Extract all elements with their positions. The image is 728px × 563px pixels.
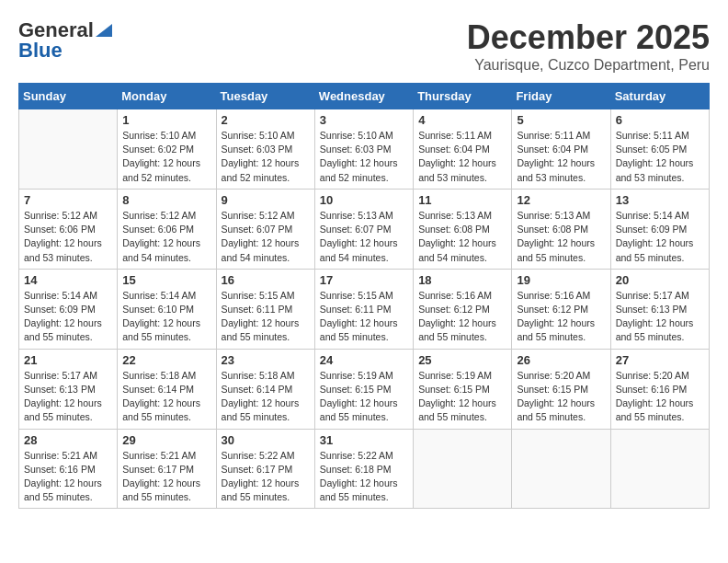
day-number: 4 — [418, 113, 506, 127]
day-info: Sunrise: 5:10 AM Sunset: 6:02 PM Dayligh… — [122, 129, 210, 185]
day-cell: 29Sunrise: 5:21 AM Sunset: 6:17 PM Dayli… — [118, 429, 216, 509]
day-cell: 6Sunrise: 5:11 AM Sunset: 6:05 PM Daylig… — [610, 109, 709, 190]
day-info: Sunrise: 5:19 AM Sunset: 6:15 PM Dayligh… — [418, 369, 506, 425]
day-number: 13 — [616, 193, 704, 207]
logo: General Blue — [18, 18, 112, 63]
day-cell: 5Sunrise: 5:11 AM Sunset: 6:04 PM Daylig… — [512, 109, 610, 190]
day-info: Sunrise: 5:20 AM Sunset: 6:16 PM Dayligh… — [616, 369, 704, 425]
day-info: Sunrise: 5:11 AM Sunset: 6:04 PM Dayligh… — [418, 129, 506, 185]
day-info: Sunrise: 5:11 AM Sunset: 6:05 PM Dayligh… — [616, 129, 704, 185]
day-cell: 21Sunrise: 5:17 AM Sunset: 6:13 PM Dayli… — [19, 349, 118, 429]
day-cell: 14Sunrise: 5:14 AM Sunset: 6:09 PM Dayli… — [19, 269, 118, 349]
day-cell: 28Sunrise: 5:21 AM Sunset: 6:16 PM Dayli… — [19, 429, 118, 509]
day-cell: 17Sunrise: 5:15 AM Sunset: 6:11 PM Dayli… — [314, 269, 413, 349]
day-number: 28 — [24, 433, 112, 447]
logo-blue-text: Blue — [18, 39, 63, 63]
day-cell — [610, 429, 709, 509]
day-cell: 22Sunrise: 5:18 AM Sunset: 6:14 PM Dayli… — [118, 349, 216, 429]
day-info: Sunrise: 5:14 AM Sunset: 6:10 PM Dayligh… — [122, 289, 210, 345]
svg-marker-0 — [96, 24, 112, 37]
day-number: 30 — [222, 433, 310, 447]
week-row-1: 7Sunrise: 5:12 AM Sunset: 6:06 PM Daylig… — [19, 189, 710, 269]
day-cell: 2Sunrise: 5:10 AM Sunset: 6:03 PM Daylig… — [216, 109, 314, 190]
day-header-friday: Friday — [512, 84, 610, 109]
day-cell: 23Sunrise: 5:18 AM Sunset: 6:14 PM Dayli… — [216, 349, 314, 429]
day-number: 18 — [418, 273, 506, 287]
day-info: Sunrise: 5:12 AM Sunset: 6:06 PM Dayligh… — [24, 209, 112, 265]
day-number: 6 — [616, 113, 704, 127]
day-info: Sunrise: 5:16 AM Sunset: 6:12 PM Dayligh… — [418, 289, 506, 345]
day-header-tuesday: Tuesday — [216, 84, 314, 109]
day-info: Sunrise: 5:12 AM Sunset: 6:07 PM Dayligh… — [222, 209, 310, 265]
day-number: 27 — [616, 353, 704, 367]
day-cell: 31Sunrise: 5:22 AM Sunset: 6:18 PM Dayli… — [314, 429, 413, 509]
day-cell: 16Sunrise: 5:15 AM Sunset: 6:11 PM Dayli… — [216, 269, 314, 349]
day-number: 9 — [222, 193, 310, 207]
day-number: 5 — [517, 113, 605, 127]
day-info: Sunrise: 5:18 AM Sunset: 6:14 PM Dayligh… — [222, 369, 310, 425]
day-info: Sunrise: 5:19 AM Sunset: 6:15 PM Dayligh… — [320, 369, 408, 425]
week-row-3: 21Sunrise: 5:17 AM Sunset: 6:13 PM Dayli… — [19, 349, 710, 429]
day-number: 12 — [517, 193, 605, 207]
day-cell: 10Sunrise: 5:13 AM Sunset: 6:07 PM Dayli… — [314, 189, 413, 269]
day-info: Sunrise: 5:20 AM Sunset: 6:15 PM Dayligh… — [517, 369, 605, 425]
day-cell: 27Sunrise: 5:20 AM Sunset: 6:16 PM Dayli… — [610, 349, 709, 429]
day-info: Sunrise: 5:14 AM Sunset: 6:09 PM Dayligh… — [24, 289, 112, 345]
day-number: 19 — [517, 273, 605, 287]
day-cell: 1Sunrise: 5:10 AM Sunset: 6:02 PM Daylig… — [118, 109, 216, 190]
day-cell: 3Sunrise: 5:10 AM Sunset: 6:03 PM Daylig… — [314, 109, 413, 190]
day-info: Sunrise: 5:13 AM Sunset: 6:08 PM Dayligh… — [418, 209, 506, 265]
day-number: 2 — [222, 113, 310, 127]
day-cell: 7Sunrise: 5:12 AM Sunset: 6:06 PM Daylig… — [19, 189, 118, 269]
week-row-2: 14Sunrise: 5:14 AM Sunset: 6:09 PM Dayli… — [19, 269, 710, 349]
day-info: Sunrise: 5:10 AM Sunset: 6:03 PM Dayligh… — [320, 129, 408, 185]
day-info: Sunrise: 5:15 AM Sunset: 6:11 PM Dayligh… — [320, 289, 408, 345]
day-info: Sunrise: 5:15 AM Sunset: 6:11 PM Dayligh… — [222, 289, 310, 345]
day-cell — [512, 429, 610, 509]
header-row: SundayMondayTuesdayWednesdayThursdayFrid… — [19, 84, 710, 109]
day-number: 8 — [122, 193, 210, 207]
title-area: December 2025 Yaurisque, Cuzco Departmen… — [467, 18, 710, 74]
calendar-subtitle: Yaurisque, Cuzco Department, Peru — [467, 57, 710, 74]
day-info: Sunrise: 5:17 AM Sunset: 6:13 PM Dayligh… — [24, 369, 112, 425]
day-info: Sunrise: 5:21 AM Sunset: 6:16 PM Dayligh… — [24, 449, 112, 505]
day-cell: 12Sunrise: 5:13 AM Sunset: 6:08 PM Dayli… — [512, 189, 610, 269]
day-cell — [414, 429, 512, 509]
day-info: Sunrise: 5:22 AM Sunset: 6:18 PM Dayligh… — [320, 449, 408, 505]
day-cell: 30Sunrise: 5:22 AM Sunset: 6:17 PM Dayli… — [216, 429, 314, 509]
day-cell: 24Sunrise: 5:19 AM Sunset: 6:15 PM Dayli… — [314, 349, 413, 429]
day-cell — [19, 109, 118, 190]
day-cell: 4Sunrise: 5:11 AM Sunset: 6:04 PM Daylig… — [414, 109, 512, 190]
day-number: 7 — [24, 193, 112, 207]
day-number: 1 — [122, 113, 210, 127]
day-info: Sunrise: 5:11 AM Sunset: 6:04 PM Dayligh… — [517, 129, 605, 185]
day-cell: 26Sunrise: 5:20 AM Sunset: 6:15 PM Dayli… — [512, 349, 610, 429]
week-row-0: 1Sunrise: 5:10 AM Sunset: 6:02 PM Daylig… — [19, 109, 710, 190]
day-info: Sunrise: 5:13 AM Sunset: 6:07 PM Dayligh… — [320, 209, 408, 265]
day-header-sunday: Sunday — [19, 84, 118, 109]
day-cell: 19Sunrise: 5:16 AM Sunset: 6:12 PM Dayli… — [512, 269, 610, 349]
day-cell: 8Sunrise: 5:12 AM Sunset: 6:06 PM Daylig… — [118, 189, 216, 269]
day-number: 26 — [517, 353, 605, 367]
day-number: 10 — [320, 193, 408, 207]
day-header-thursday: Thursday — [414, 84, 512, 109]
day-number: 15 — [122, 273, 210, 287]
day-number: 3 — [320, 113, 408, 127]
day-cell: 15Sunrise: 5:14 AM Sunset: 6:10 PM Dayli… — [118, 269, 216, 349]
day-info: Sunrise: 5:10 AM Sunset: 6:03 PM Dayligh… — [222, 129, 310, 185]
day-number: 31 — [320, 433, 408, 447]
day-header-monday: Monday — [118, 84, 216, 109]
day-info: Sunrise: 5:22 AM Sunset: 6:17 PM Dayligh… — [222, 449, 310, 505]
day-info: Sunrise: 5:18 AM Sunset: 6:14 PM Dayligh… — [122, 369, 210, 425]
calendar-title: December 2025 — [467, 18, 710, 57]
day-number: 25 — [418, 353, 506, 367]
day-info: Sunrise: 5:12 AM Sunset: 6:06 PM Dayligh… — [122, 209, 210, 265]
day-info: Sunrise: 5:16 AM Sunset: 6:12 PM Dayligh… — [517, 289, 605, 345]
day-number: 23 — [222, 353, 310, 367]
day-info: Sunrise: 5:21 AM Sunset: 6:17 PM Dayligh… — [122, 449, 210, 505]
day-number: 21 — [24, 353, 112, 367]
day-number: 29 — [122, 433, 210, 447]
day-number: 22 — [122, 353, 210, 367]
day-cell: 11Sunrise: 5:13 AM Sunset: 6:08 PM Dayli… — [414, 189, 512, 269]
day-cell: 18Sunrise: 5:16 AM Sunset: 6:12 PM Dayli… — [414, 269, 512, 349]
